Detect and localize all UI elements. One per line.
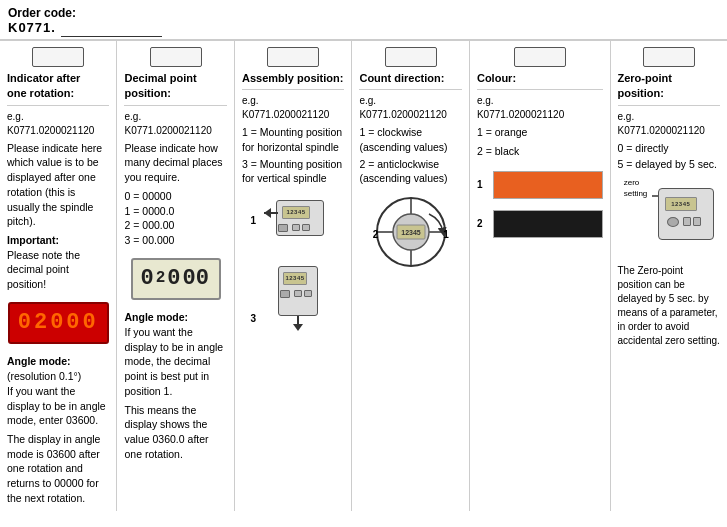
col-colour-opt1: 1 = orange — [477, 125, 603, 140]
decimal-angle-note: This means the display shows the value 0… — [124, 403, 226, 462]
device-icon-zero — [618, 47, 720, 67]
col-count-opt2: 2 = anticlockwise(ascending values) — [359, 157, 461, 186]
device-icon-colour — [477, 47, 603, 67]
order-code-value: K0771. — [8, 20, 162, 37]
col-count: Count direction: e.g. K0771.0200021120 1… — [352, 41, 469, 511]
led-display: 02000 — [8, 302, 109, 345]
col-indicator-eg: e.g. K0771.0200021120 — [7, 110, 109, 138]
col-assembly-desc1: 1 = Mounting position for horizontal spi… — [242, 125, 344, 154]
order-code-label: Order code: — [8, 6, 76, 20]
count-label-1: 1 — [443, 228, 449, 242]
col-zero: Zero-point position: e.g. K0771.02000211… — [611, 41, 727, 511]
col-indicator-important: Important: Please note the decimal point… — [7, 233, 109, 292]
swatch-orange — [493, 171, 603, 199]
col-zero-eg: e.g. K0771.0200021120 — [618, 110, 720, 138]
assembly-vertical: 3 12345 — [242, 258, 344, 326]
count-diagram: 12345 2 1 — [371, 192, 451, 272]
col-count-opt1: 1 = clockwise(ascending values) — [359, 125, 461, 154]
col-count-header: Count direction: — [359, 71, 461, 90]
col-colour: Colour: e.g. K0771.0200021120 1 = orange… — [470, 41, 611, 511]
zero-body: 12345 — [658, 188, 714, 240]
col-decimal-desc: Please indicate how many decimal places … — [124, 141, 226, 185]
angle-mode-section: Angle mode: (resolution 0.1°) If you wan… — [7, 354, 109, 427]
led-display-row: 02000 — [7, 296, 109, 351]
svg-text:12345: 12345 — [401, 229, 421, 236]
device-icon-assembly — [242, 47, 344, 67]
col-assembly: Assembly position: e.g. K0771.0200021120… — [235, 41, 352, 511]
col-indicator: Indicator afterone rotation: e.g. K0771.… — [0, 41, 117, 511]
assembly-label-3: 3 — [250, 312, 256, 326]
assembly-horizontal: 1 12345 — [242, 192, 344, 250]
count-label-2: 2 — [373, 228, 379, 242]
col-decimal-options: 0 = 00000 1 = 0000.0 2 = 000.00 3 = 00.0… — [124, 189, 226, 248]
col-assembly-header: Assembly position: — [242, 71, 344, 90]
lcd-display: 02000 — [131, 258, 221, 301]
count-diagram-svg: 12345 — [371, 192, 451, 272]
col-decimal: Decimal point position: e.g. K0771.02000… — [117, 41, 234, 511]
swatch-black-row: 2 — [477, 206, 603, 242]
swatch-label-1: 1 — [477, 178, 483, 192]
swatch-orange-row: 1 — [477, 167, 603, 203]
col-assembly-desc2: 3 = Mounting position for vertical spind… — [242, 157, 344, 186]
main-content: Indicator afterone rotation: e.g. K0771.… — [0, 40, 727, 511]
col-colour-eg: e.g. K0771.0200021120 — [477, 94, 603, 122]
col-indicator-header: Indicator afterone rotation: — [7, 71, 109, 106]
assembly-label-1: 1 — [250, 214, 256, 228]
col-decimal-eg: e.g. K0771.0200021120 — [124, 110, 226, 138]
col-zero-desc: The Zero-point position can be delayed b… — [618, 264, 720, 348]
col-zero-header: Zero-point position: — [618, 71, 720, 106]
col-colour-header: Colour: — [477, 71, 603, 90]
order-code-section: Order code: K0771. — [0, 0, 727, 40]
decimal-angle-section: Angle mode: If you want the display to b… — [124, 310, 226, 398]
swatch-label-2: 2 — [477, 217, 483, 231]
lcd-display-row: 02000 — [124, 252, 226, 307]
angle-mode-note: The display in angle mode is 03600 after… — [7, 432, 109, 505]
swatch-black — [493, 210, 603, 238]
device-icon-indicator — [7, 47, 109, 67]
col-zero-opt0: 0 = directly — [618, 141, 720, 156]
col-assembly-eg: e.g. K0771.0200021120 — [242, 94, 344, 122]
col-indicator-desc: Please indicate here which value is to b… — [7, 141, 109, 229]
col-decimal-header: Decimal point position: — [124, 71, 226, 106]
zero-device-container: zerosetting 12345 — [624, 178, 714, 258]
col-colour-opt2: 2 = black — [477, 144, 603, 159]
device-icon-decimal — [124, 47, 226, 67]
device-icon-count — [359, 47, 461, 67]
col-count-eg: e.g. K0771.0200021120 — [359, 94, 461, 122]
col-zero-opt5: 5 = delayed by 5 sec. — [618, 157, 720, 172]
